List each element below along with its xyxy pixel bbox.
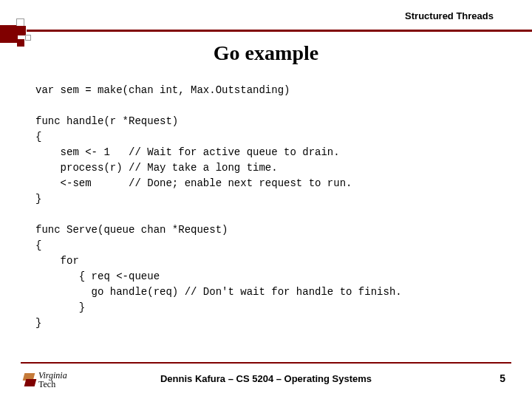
code-line: <-sem // Done; enable next request to ru… (35, 177, 352, 189)
page-number: 5 (499, 372, 505, 384)
code-line: } (35, 193, 41, 205)
code-line: { req <-queue (35, 270, 160, 282)
code-line: sem <- 1 // Wait for active queue to dra… (35, 146, 340, 158)
footer-text: Dennis Kafura – CS 5204 – Operating Syst… (0, 373, 532, 384)
header-rule (27, 30, 532, 32)
code-line: } (35, 301, 85, 313)
footer-rule (21, 362, 511, 364)
code-line: func handle(r *Request) (35, 115, 178, 127)
code-line: { (35, 131, 41, 143)
code-line: process(r) // May take a long time. (35, 162, 278, 174)
slide-title: Go example (0, 41, 532, 65)
code-line: go handle(req) // Don't wait for handle … (35, 286, 402, 298)
header-label: Structured Threads (405, 10, 494, 21)
code-line: } (35, 317, 41, 329)
code-line: var sem = make(chan int, Max.Outstanding… (35, 84, 290, 96)
code-block: var sem = make(chan int, Max.Outstanding… (35, 83, 502, 331)
code-line: { (35, 239, 41, 251)
code-line: for (35, 255, 79, 267)
code-line: func Serve(queue chan *Request) (35, 224, 228, 236)
